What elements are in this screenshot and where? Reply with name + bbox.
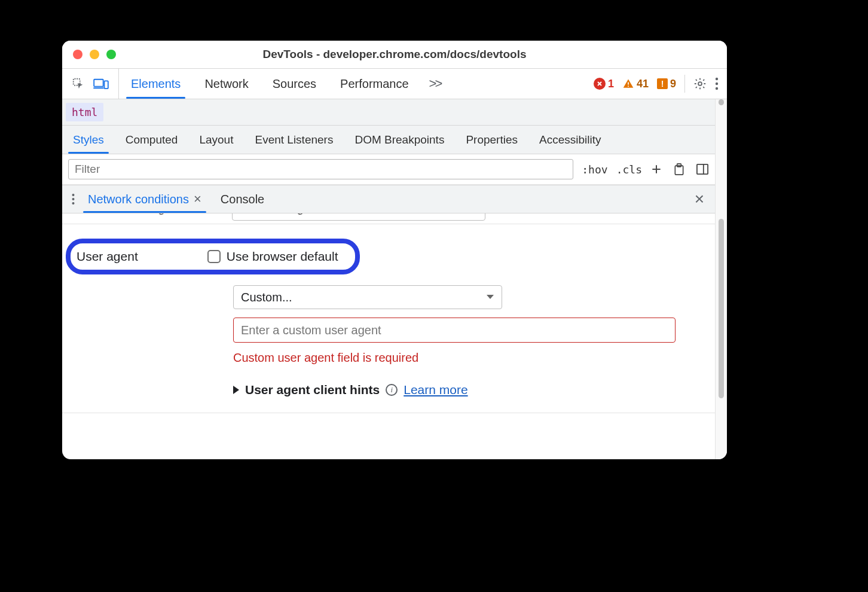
inspect-icon[interactable] — [72, 77, 85, 90]
drawer-tab-console[interactable]: Console — [211, 185, 274, 213]
info-icon[interactable]: i — [386, 384, 398, 396]
devtools-window: DevTools - developer.chrome.com/docs/dev… — [62, 41, 727, 459]
user-agent-section: User agent Use browser default Custom... — [62, 224, 715, 413]
issue-icon: ! — [657, 78, 668, 89]
subtab-layout[interactable]: Layout — [188, 126, 244, 154]
expand-triangle-icon — [233, 386, 239, 394]
network-throttling-row-clipped: Network throttling No throttling — [62, 213, 715, 224]
warning-count: 41 — [637, 78, 649, 90]
tab-sources[interactable]: Sources — [261, 69, 328, 99]
throttling-label: Network throttling — [72, 213, 165, 215]
breadcrumb-bar: html — [62, 99, 715, 126]
user-agent-error-message: Custom user agent field is required — [233, 351, 708, 365]
tab-elements[interactable]: Elements — [119, 69, 192, 99]
throttling-value: No throttling — [239, 213, 304, 215]
kebab-menu-icon[interactable] — [715, 77, 719, 90]
issue-count-badge[interactable]: ! 9 — [657, 78, 676, 90]
issue-count: 9 — [670, 78, 676, 90]
titlebar: DevTools - developer.chrome.com/docs/dev… — [62, 41, 727, 68]
warning-count-badge[interactable]: 41 — [622, 78, 649, 90]
svg-rect-1 — [94, 80, 103, 87]
tab-performance[interactable]: Performance — [328, 69, 421, 99]
use-browser-default-checkbox[interactable] — [207, 250, 221, 263]
drawer-menu-icon[interactable] — [68, 193, 78, 205]
error-count: 1 — [608, 78, 614, 90]
drawer-tab-network-conditions[interactable]: Network conditions × — [78, 185, 211, 213]
settings-gear-icon[interactable] — [693, 77, 707, 90]
svg-point-18 — [72, 194, 75, 196]
client-hints-label: User agent client hints — [245, 383, 380, 397]
svg-point-9 — [716, 78, 718, 80]
chevron-down-icon — [486, 294, 494, 300]
subtab-styles[interactable]: Styles — [62, 126, 115, 154]
divider — [684, 75, 685, 93]
subtab-properties[interactable]: Properties — [455, 126, 528, 154]
subtab-event-listeners[interactable]: Event Listeners — [244, 126, 344, 154]
styles-filter-input[interactable] — [68, 159, 573, 179]
subtab-accessibility[interactable]: Accessibility — [528, 126, 612, 154]
styles-toolbar: :hov .cls — [62, 154, 715, 185]
svg-rect-3 — [104, 81, 108, 89]
tab-label: Performance — [340, 77, 409, 91]
svg-point-10 — [716, 83, 718, 85]
close-tab-icon[interactable]: × — [194, 193, 201, 206]
use-browser-default-label: Use browser default — [227, 249, 338, 264]
learn-more-link[interactable]: Learn more — [404, 383, 467, 397]
network-conditions-panel: Network throttling No throttling User ag… — [62, 213, 715, 413]
user-agent-select[interactable]: Custom... — [233, 285, 502, 309]
tab-network[interactable]: Network — [192, 69, 260, 99]
user-agent-highlight: User agent Use browser default — [66, 239, 360, 274]
traffic-lights — [73, 50, 116, 59]
user-agent-client-hints-row[interactable]: User agent client hints i Learn more — [233, 383, 708, 397]
scrollbar-top-marker — [719, 99, 724, 105]
svg-point-11 — [716, 87, 718, 90]
device-toolbar-icon[interactable] — [93, 78, 109, 90]
drawer-close-icon[interactable]: × — [684, 190, 715, 209]
tab-label: Sources — [273, 77, 316, 91]
svg-point-8 — [698, 82, 702, 86]
hov-toggle[interactable]: :hov — [582, 163, 607, 176]
svg-point-20 — [72, 202, 75, 205]
error-count-badge[interactable]: 1 — [594, 78, 614, 90]
warning-icon — [622, 78, 634, 90]
svg-point-19 — [72, 198, 75, 200]
tab-label: Network — [204, 77, 248, 91]
window-minimize-button[interactable] — [90, 50, 99, 59]
cls-toggle[interactable]: .cls — [616, 163, 642, 176]
subtab-dom-breakpoints[interactable]: DOM Breakpoints — [344, 126, 455, 154]
user-agent-label: User agent — [74, 249, 138, 264]
drawer-tab-label: Network conditions — [88, 193, 189, 206]
scrollbar-thumb[interactable] — [719, 219, 724, 398]
window-close-button[interactable] — [73, 50, 82, 59]
svg-rect-7 — [628, 86, 629, 87]
window-zoom-button[interactable] — [106, 50, 116, 59]
custom-user-agent-input[interactable] — [233, 318, 676, 343]
tab-label: Elements — [131, 77, 181, 91]
subtab-computed[interactable]: Computed — [115, 126, 189, 154]
styles-subtabs: Styles Computed Layout Event Listeners D… — [62, 126, 715, 154]
tabs-overflow-icon[interactable]: >> — [421, 69, 450, 99]
error-icon — [594, 78, 606, 90]
new-style-rule-icon[interactable] — [650, 163, 662, 175]
computed-styles-icon[interactable] — [673, 163, 685, 176]
window-title: DevTools - developer.chrome.com/docs/dev… — [62, 48, 727, 61]
svg-rect-6 — [628, 83, 629, 85]
breadcrumb-html[interactable]: html — [66, 103, 103, 121]
main-tab-strip: Elements Network Sources Performance >> … — [62, 68, 727, 99]
chevron-double-right-icon: >> — [429, 76, 441, 91]
toggle-sidebar-icon[interactable] — [696, 163, 709, 175]
vertical-scrollbar[interactable] — [715, 99, 727, 459]
svg-rect-16 — [697, 164, 708, 174]
user-agent-select-value: Custom... — [241, 291, 292, 304]
drawer-tab-label: Console — [221, 193, 264, 206]
drawer-tab-strip: Network conditions × Console × — [62, 185, 715, 213]
